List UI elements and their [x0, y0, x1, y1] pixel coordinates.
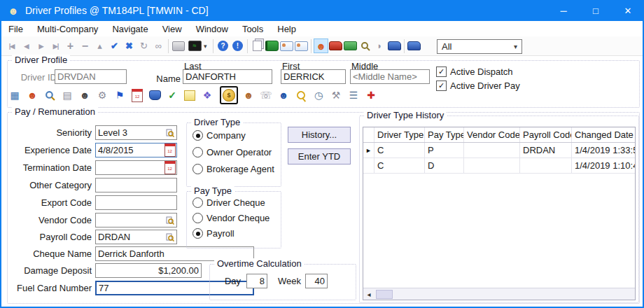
payroll-code-field[interactable] [95, 230, 177, 244]
id-card-icon[interactable] [279, 38, 294, 53]
collapse-icon[interactable]: ▴ [92, 38, 107, 53]
validated-doc-icon[interactable]: ✓ [164, 88, 180, 103]
personnel-icon[interactable]: ☻ [24, 88, 40, 103]
active-driver-pay-checkbox[interactable]: ✓ Active Driver Pay [436, 80, 520, 91]
table-row[interactable]: C D 1/4/2019 1:10:46 PM [363, 158, 635, 174]
trailer-icon[interactable] [343, 38, 358, 53]
experience-date-field[interactable]: 12 [95, 143, 177, 158]
driver-id-field[interactable] [55, 69, 127, 84]
medical-icon[interactable]: ✚ [363, 88, 379, 103]
scroll-left-icon[interactable]: ◂ [363, 289, 374, 300]
overtime-week-field[interactable] [305, 274, 328, 288]
damage-deposit-field[interactable] [95, 263, 202, 278]
scrollbar-thumb[interactable] [376, 290, 393, 299]
profile-list-icon[interactable]: ▤ [59, 88, 75, 103]
termination-date-field[interactable]: 12 [95, 160, 177, 175]
power-unit-icon[interactable] [328, 38, 343, 53]
save-icon[interactable]: ✔ [107, 38, 122, 53]
wrench-icon[interactable]: ⚒ [328, 88, 344, 103]
seniority-field[interactable] [95, 125, 177, 140]
calendar-icon[interactable]: 12 [130, 88, 145, 103]
pay-type-vendor-cheque-radio[interactable]: Vendor Cheque [192, 213, 270, 223]
driver-type-owner-operator-radio[interactable]: Owner Operator [192, 147, 272, 158]
lookup-icon[interactable] [163, 214, 176, 227]
first-record-icon[interactable]: |◀ [4, 38, 19, 53]
help-icon[interactable]: ? [216, 38, 230, 53]
phone-icon[interactable]: ☏ [258, 88, 274, 103]
lookup-icon[interactable] [163, 126, 176, 139]
copy-profile-icon[interactable] [250, 38, 265, 53]
maximize-button[interactable]: □ [580, 0, 612, 21]
delete-record-icon[interactable]: − [78, 38, 92, 53]
table-row[interactable]: ► C P DRDAN 1/4/2019 1:33:57 PM [363, 143, 635, 158]
export-code-field[interactable] [95, 195, 177, 210]
calendar-icon[interactable]: 12 [163, 161, 176, 174]
menu-multi-company[interactable]: Multi-Company [30, 21, 105, 36]
menu-help[interactable]: Help [270, 21, 303, 36]
time-icon[interactable]: ◷ [311, 88, 326, 103]
police-icon[interactable]: ☻ [276, 88, 291, 103]
active-dispatch-checkbox[interactable]: ✓ Active Dispatch [436, 66, 513, 77]
filter-dropdown[interactable]: All ▾ [437, 39, 522, 54]
horizontal-scrollbar[interactable]: ◂ [363, 288, 635, 300]
last-record-icon[interactable]: ▶| [48, 38, 63, 53]
binoculars-search-icon[interactable]: ∞ [151, 38, 166, 53]
instructor-icon[interactable]: ☻ [77, 88, 92, 103]
misc-icon[interactable]: ◗ [372, 38, 387, 53]
previous-record-icon[interactable]: ◀ [19, 38, 34, 53]
about-icon[interactable]: ! [230, 38, 245, 53]
monitor-icon[interactable]: ≈ [186, 38, 204, 53]
search-icon[interactable] [42, 88, 57, 103]
inspect-icon[interactable] [358, 38, 372, 53]
driver-type-company-radio[interactable]: Company [192, 130, 246, 141]
pouch-icon[interactable] [147, 88, 162, 103]
person-security-icon[interactable]: ☻ [241, 88, 256, 103]
print-icon[interactable] [171, 38, 186, 53]
notes-icon[interactable] [182, 88, 197, 103]
overtime-day-field[interactable] [246, 274, 267, 288]
add-record-icon[interactable]: + [63, 38, 78, 53]
pay-type-payroll-radio[interactable]: Payroll [192, 228, 234, 239]
cancel-icon[interactable]: ✖ [122, 38, 136, 53]
summary-icon[interactable]: ☰ [346, 88, 361, 103]
pay-remuneration-icon[interactable]: $ [220, 86, 238, 104]
menu-tools[interactable]: Tools [235, 21, 270, 36]
pay-type-driver-cheque-radio[interactable]: Driver Cheque [192, 197, 265, 208]
col-changed-date[interactable]: Changed Date [572, 127, 635, 142]
middle-name-field[interactable] [350, 69, 430, 84]
first-name-field[interactable] [281, 69, 346, 84]
keys-icon[interactable] [293, 88, 309, 103]
minimize-button[interactable]: ─ [547, 0, 580, 21]
company-icon[interactable] [407, 38, 421, 53]
col-vendor-code[interactable]: Vendor Code [464, 127, 520, 142]
flag-icon[interactable]: ⚑ [112, 88, 127, 103]
refresh-icon[interactable]: ↻ [136, 38, 151, 53]
monitor-dropdown-icon[interactable]: ▾ [204, 43, 211, 50]
menu-window[interactable]: Window [189, 21, 235, 36]
menu-navigate[interactable]: Navigate [105, 21, 155, 36]
menu-view[interactable]: View [155, 21, 189, 36]
vendor-code-field[interactable] [95, 213, 177, 227]
network-icon[interactable]: ❖ [200, 88, 215, 103]
enter-ytd-button[interactable]: Enter YTD [288, 148, 351, 164]
id-card-alt-icon[interactable] [294, 38, 309, 53]
marker-column [363, 127, 374, 142]
menu-file[interactable]: File [1, 21, 30, 36]
lookup-icon[interactable] [163, 230, 176, 244]
col-driver-type[interactable]: Driver Type [374, 127, 425, 142]
book-icon[interactable] [265, 38, 279, 53]
driver-type-brokerage-agent-radio[interactable]: Brokerage Agent [192, 164, 274, 174]
calendar-icon[interactable]: 12 [163, 144, 176, 157]
other-category-field[interactable] [95, 178, 177, 192]
overtime-group-label: Overtime Calculation [214, 258, 304, 269]
driver-profile-icon[interactable]: ☻ [314, 38, 328, 53]
next-record-icon[interactable]: ▶ [34, 38, 48, 53]
col-pay-type[interactable]: Pay Type [425, 127, 464, 142]
last-name-field[interactable] [183, 69, 272, 84]
wheels-icon[interactable]: ⚙ [94, 88, 110, 103]
calculator-icon[interactable]: ▦ [7, 88, 22, 103]
close-button[interactable]: ✕ [612, 0, 644, 21]
carrier-icon[interactable] [387, 38, 402, 53]
history-button[interactable]: History... [288, 127, 351, 143]
col-payroll-code[interactable]: Payroll Code [520, 127, 572, 142]
